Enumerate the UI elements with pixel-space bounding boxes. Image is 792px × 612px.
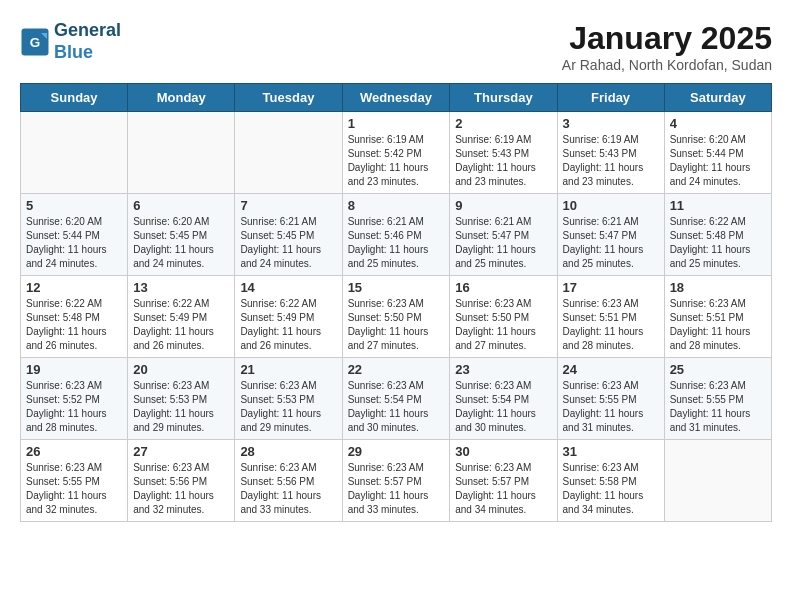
calendar-cell: 20Sunrise: 6:23 AMSunset: 5:53 PMDayligh…: [128, 358, 235, 440]
month-title: January 2025: [562, 20, 772, 57]
calendar-cell: 27Sunrise: 6:23 AMSunset: 5:56 PMDayligh…: [128, 440, 235, 522]
day-number: 24: [563, 362, 659, 377]
day-number: 17: [563, 280, 659, 295]
calendar-cell: [664, 440, 771, 522]
day-number: 20: [133, 362, 229, 377]
cell-content: Sunrise: 6:23 AMSunset: 5:58 PMDaylight:…: [563, 461, 659, 517]
cell-content: Sunrise: 6:23 AMSunset: 5:55 PMDaylight:…: [670, 379, 766, 435]
day-number: 29: [348, 444, 445, 459]
calendar-cell: 29Sunrise: 6:23 AMSunset: 5:57 PMDayligh…: [342, 440, 450, 522]
cell-content: Sunrise: 6:23 AMSunset: 5:56 PMDaylight:…: [240, 461, 336, 517]
day-number: 4: [670, 116, 766, 131]
calendar-cell: 4Sunrise: 6:20 AMSunset: 5:44 PMDaylight…: [664, 112, 771, 194]
calendar-cell: 24Sunrise: 6:23 AMSunset: 5:55 PMDayligh…: [557, 358, 664, 440]
day-header-thursday: Thursday: [450, 84, 557, 112]
calendar-header-row: SundayMondayTuesdayWednesdayThursdayFrid…: [21, 84, 772, 112]
day-number: 18: [670, 280, 766, 295]
calendar-cell: 18Sunrise: 6:23 AMSunset: 5:51 PMDayligh…: [664, 276, 771, 358]
cell-content: Sunrise: 6:23 AMSunset: 5:54 PMDaylight:…: [348, 379, 445, 435]
calendar-cell: 23Sunrise: 6:23 AMSunset: 5:54 PMDayligh…: [450, 358, 557, 440]
calendar-cell: 15Sunrise: 6:23 AMSunset: 5:50 PMDayligh…: [342, 276, 450, 358]
calendar-cell: 8Sunrise: 6:21 AMSunset: 5:46 PMDaylight…: [342, 194, 450, 276]
day-number: 26: [26, 444, 122, 459]
day-number: 9: [455, 198, 551, 213]
day-number: 12: [26, 280, 122, 295]
calendar-week-row: 26Sunrise: 6:23 AMSunset: 5:55 PMDayligh…: [21, 440, 772, 522]
day-number: 31: [563, 444, 659, 459]
cell-content: Sunrise: 6:20 AMSunset: 5:44 PMDaylight:…: [26, 215, 122, 271]
cell-content: Sunrise: 6:23 AMSunset: 5:56 PMDaylight:…: [133, 461, 229, 517]
cell-content: Sunrise: 6:22 AMSunset: 5:49 PMDaylight:…: [133, 297, 229, 353]
svg-text:G: G: [30, 34, 41, 49]
calendar-cell: 30Sunrise: 6:23 AMSunset: 5:57 PMDayligh…: [450, 440, 557, 522]
cell-content: Sunrise: 6:20 AMSunset: 5:45 PMDaylight:…: [133, 215, 229, 271]
day-number: 16: [455, 280, 551, 295]
day-number: 10: [563, 198, 659, 213]
calendar-cell: 2Sunrise: 6:19 AMSunset: 5:43 PMDaylight…: [450, 112, 557, 194]
calendar-cell: 3Sunrise: 6:19 AMSunset: 5:43 PMDaylight…: [557, 112, 664, 194]
cell-content: Sunrise: 6:21 AMSunset: 5:47 PMDaylight:…: [563, 215, 659, 271]
day-number: 22: [348, 362, 445, 377]
cell-content: Sunrise: 6:23 AMSunset: 5:50 PMDaylight:…: [455, 297, 551, 353]
cell-content: Sunrise: 6:21 AMSunset: 5:46 PMDaylight:…: [348, 215, 445, 271]
cell-content: Sunrise: 6:23 AMSunset: 5:54 PMDaylight:…: [455, 379, 551, 435]
calendar-cell: 16Sunrise: 6:23 AMSunset: 5:50 PMDayligh…: [450, 276, 557, 358]
calendar-cell: 17Sunrise: 6:23 AMSunset: 5:51 PMDayligh…: [557, 276, 664, 358]
day-number: 8: [348, 198, 445, 213]
logo: G General Blue: [20, 20, 121, 63]
cell-content: Sunrise: 6:19 AMSunset: 5:42 PMDaylight:…: [348, 133, 445, 189]
day-number: 11: [670, 198, 766, 213]
logo-line1: General: [54, 20, 121, 42]
calendar-cell: [235, 112, 342, 194]
day-header-friday: Friday: [557, 84, 664, 112]
day-number: 15: [348, 280, 445, 295]
day-number: 6: [133, 198, 229, 213]
cell-content: Sunrise: 6:21 AMSunset: 5:47 PMDaylight:…: [455, 215, 551, 271]
logo-line2: Blue: [54, 42, 121, 64]
calendar-cell: 10Sunrise: 6:21 AMSunset: 5:47 PMDayligh…: [557, 194, 664, 276]
day-number: 5: [26, 198, 122, 213]
cell-content: Sunrise: 6:23 AMSunset: 5:55 PMDaylight:…: [563, 379, 659, 435]
cell-content: Sunrise: 6:20 AMSunset: 5:44 PMDaylight:…: [670, 133, 766, 189]
day-number: 25: [670, 362, 766, 377]
calendar-table: SundayMondayTuesdayWednesdayThursdayFrid…: [20, 83, 772, 522]
day-header-wednesday: Wednesday: [342, 84, 450, 112]
calendar-week-row: 5Sunrise: 6:20 AMSunset: 5:44 PMDaylight…: [21, 194, 772, 276]
cell-content: Sunrise: 6:23 AMSunset: 5:52 PMDaylight:…: [26, 379, 122, 435]
cell-content: Sunrise: 6:22 AMSunset: 5:49 PMDaylight:…: [240, 297, 336, 353]
day-number: 13: [133, 280, 229, 295]
day-number: 2: [455, 116, 551, 131]
day-number: 30: [455, 444, 551, 459]
calendar-cell: 14Sunrise: 6:22 AMSunset: 5:49 PMDayligh…: [235, 276, 342, 358]
day-number: 7: [240, 198, 336, 213]
cell-content: Sunrise: 6:23 AMSunset: 5:53 PMDaylight:…: [240, 379, 336, 435]
cell-content: Sunrise: 6:23 AMSunset: 5:51 PMDaylight:…: [670, 297, 766, 353]
calendar-cell: 31Sunrise: 6:23 AMSunset: 5:58 PMDayligh…: [557, 440, 664, 522]
day-number: 14: [240, 280, 336, 295]
day-number: 19: [26, 362, 122, 377]
calendar-cell: 13Sunrise: 6:22 AMSunset: 5:49 PMDayligh…: [128, 276, 235, 358]
day-number: 28: [240, 444, 336, 459]
day-number: 23: [455, 362, 551, 377]
calendar-cell: 26Sunrise: 6:23 AMSunset: 5:55 PMDayligh…: [21, 440, 128, 522]
calendar-cell: 12Sunrise: 6:22 AMSunset: 5:48 PMDayligh…: [21, 276, 128, 358]
day-number: 3: [563, 116, 659, 131]
calendar-cell: 7Sunrise: 6:21 AMSunset: 5:45 PMDaylight…: [235, 194, 342, 276]
cell-content: Sunrise: 6:23 AMSunset: 5:53 PMDaylight:…: [133, 379, 229, 435]
calendar-cell: [21, 112, 128, 194]
calendar-cell: 19Sunrise: 6:23 AMSunset: 5:52 PMDayligh…: [21, 358, 128, 440]
cell-content: Sunrise: 6:23 AMSunset: 5:57 PMDaylight:…: [348, 461, 445, 517]
day-header-monday: Monday: [128, 84, 235, 112]
cell-content: Sunrise: 6:23 AMSunset: 5:50 PMDaylight:…: [348, 297, 445, 353]
cell-content: Sunrise: 6:21 AMSunset: 5:45 PMDaylight:…: [240, 215, 336, 271]
logo-icon: G: [20, 27, 50, 57]
calendar-cell: [128, 112, 235, 194]
day-header-tuesday: Tuesday: [235, 84, 342, 112]
calendar-cell: 21Sunrise: 6:23 AMSunset: 5:53 PMDayligh…: [235, 358, 342, 440]
calendar-week-row: 19Sunrise: 6:23 AMSunset: 5:52 PMDayligh…: [21, 358, 772, 440]
day-number: 1: [348, 116, 445, 131]
day-header-saturday: Saturday: [664, 84, 771, 112]
location-subtitle: Ar Rahad, North Kordofan, Sudan: [562, 57, 772, 73]
calendar-cell: 5Sunrise: 6:20 AMSunset: 5:44 PMDaylight…: [21, 194, 128, 276]
calendar-week-row: 12Sunrise: 6:22 AMSunset: 5:48 PMDayligh…: [21, 276, 772, 358]
